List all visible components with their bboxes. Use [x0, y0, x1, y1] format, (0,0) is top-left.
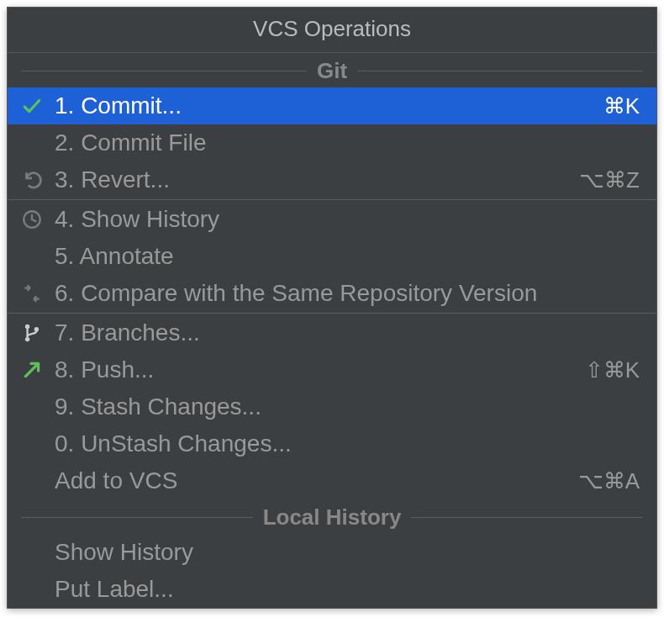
menu-label: 9. Stash Changes...: [55, 393, 640, 420]
check-icon: [21, 95, 55, 117]
menu-label: 0. UnStash Changes...: [55, 430, 640, 457]
menu-item-show-history[interactable]: 4. Show History: [8, 201, 656, 238]
section-label: Git: [307, 58, 357, 84]
section-header-git: Git: [8, 53, 656, 87]
menu-item-local-show-history[interactable]: Show History: [8, 534, 656, 571]
section-label: Local History: [253, 504, 412, 531]
menu-label: 8. Push...: [55, 356, 585, 383]
history-icon: [21, 209, 55, 230]
vcs-operations-popup: VCS Operations Git 1. Commit... ⌘K 2. Co…: [7, 7, 657, 609]
menu-item-commit-file[interactable]: 2. Commit File: [8, 124, 656, 161]
svg-point-3: [34, 327, 39, 331]
menu-item-revert[interactable]: 3. Revert... ⌥⌘Z: [8, 161, 656, 198]
menu-item-stash[interactable]: 9. Stash Changes...: [8, 388, 656, 425]
separator: [8, 313, 656, 314]
push-icon: [21, 359, 55, 381]
menu-shortcut: ⌥⌘A: [578, 468, 640, 494]
svg-point-1: [25, 325, 29, 329]
menu-item-unstash[interactable]: 0. UnStash Changes...: [8, 425, 656, 462]
menu-label: 6. Compare with the Same Repository Vers…: [55, 280, 640, 307]
menu-item-compare[interactable]: 6. Compare with the Same Repository Vers…: [8, 275, 656, 312]
menu-label: Put Label...: [55, 576, 640, 603]
menu-label: Show History: [55, 539, 640, 566]
menu-label: 4. Show History: [55, 206, 640, 233]
section-header-local-history: Local History: [8, 499, 656, 534]
menu-item-put-label[interactable]: Put Label...: [8, 571, 656, 608]
menu-shortcut: ⇧⌘K: [585, 357, 640, 383]
menu-item-annotate[interactable]: 5. Annotate: [8, 238, 656, 275]
menu-shortcut: ⌥⌘Z: [579, 167, 640, 193]
menu-item-add-to-vcs[interactable]: Add to VCS ⌥⌘A: [8, 462, 656, 499]
menu-item-commit[interactable]: 1. Commit... ⌘K: [8, 87, 656, 124]
menu-item-push[interactable]: 8. Push... ⇧⌘K: [8, 351, 656, 388]
compare-icon: [21, 282, 55, 304]
separator: [8, 199, 656, 200]
menu-label: 5. Annotate: [55, 243, 640, 270]
revert-icon: [21, 169, 55, 191]
menu-shortcut: ⌘K: [603, 93, 640, 119]
menu-label: 2. Commit File: [55, 129, 640, 156]
menu-item-branches[interactable]: 7. Branches...: [8, 314, 656, 351]
popup-title: VCS Operations: [8, 8, 656, 53]
svg-point-2: [25, 337, 29, 341]
menu-label: 1. Commit...: [55, 92, 603, 119]
menu-label: Add to VCS: [55, 467, 578, 494]
branch-icon: [21, 322, 55, 344]
menu-label: 3. Revert...: [55, 166, 579, 193]
menu-label: 7. Branches...: [55, 319, 640, 346]
